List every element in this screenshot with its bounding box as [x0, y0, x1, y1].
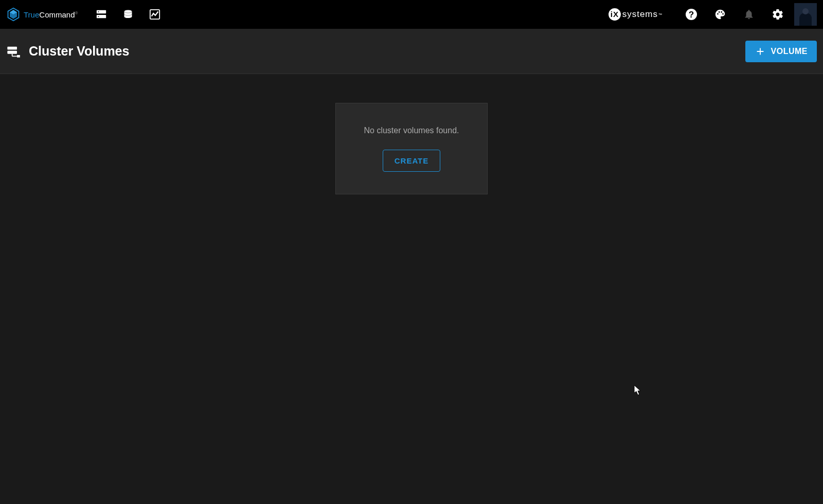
svg-rect-3: [97, 10, 106, 13]
server-icon: [96, 9, 107, 20]
svg-text:iX: iX: [610, 10, 619, 19]
user-avatar[interactable]: [794, 3, 817, 26]
svg-text:?: ?: [689, 10, 694, 20]
add-volume-label: VOLUME: [771, 47, 808, 56]
cluster-icon: [6, 44, 21, 59]
palette-icon: [714, 9, 726, 20]
svg-rect-21: [7, 50, 17, 53]
avatar-image: [794, 3, 817, 26]
svg-point-5: [98, 11, 99, 12]
nav-storage-button[interactable]: [117, 3, 139, 26]
settings-button[interactable]: [765, 2, 790, 27]
ixsystems-logo[interactable]: iX systems ™: [608, 8, 663, 21]
empty-state-message: No cluster volumes found.: [364, 126, 459, 135]
help-icon: ?: [685, 8, 697, 21]
empty-state-card: No cluster volumes found. CREATE: [335, 103, 488, 194]
ix-icon: iX: [608, 8, 621, 21]
sub-header-left: Cluster Volumes: [6, 44, 129, 59]
plus-icon: [755, 46, 766, 57]
nav-servers-button[interactable]: [90, 3, 113, 26]
create-button[interactable]: CREATE: [383, 150, 441, 172]
svg-rect-20: [7, 46, 17, 49]
chart-icon: [149, 9, 160, 20]
top-bar-right: iX systems ™ ?: [608, 2, 817, 27]
nav-reports-button[interactable]: [144, 3, 166, 26]
truecommand-hex-icon: [6, 7, 21, 22]
svg-point-6: [98, 16, 99, 17]
page-title: Cluster Volumes: [29, 44, 129, 59]
notifications-button[interactable]: [737, 2, 761, 27]
brand-text: TrueCommand®: [24, 10, 78, 19]
database-icon: [123, 9, 133, 20]
help-button[interactable]: ?: [679, 2, 704, 27]
ixsystems-text: systems: [622, 9, 658, 20]
svg-point-17: [722, 13, 724, 15]
svg-rect-4: [97, 15, 106, 18]
svg-point-16: [721, 11, 722, 13]
theme-button[interactable]: [708, 2, 732, 27]
gear-icon: [772, 8, 784, 21]
svg-rect-22: [17, 55, 20, 58]
main-content: No cluster volumes found. CREATE: [0, 74, 823, 504]
svg-point-19: [802, 8, 809, 14]
svg-point-15: [719, 11, 720, 13]
brand-logo[interactable]: TrueCommand®: [6, 7, 78, 22]
top-bar: TrueCommand®: [0, 0, 823, 29]
bell-icon: [743, 9, 755, 20]
sub-header: Cluster Volumes VOLUME: [0, 29, 823, 74]
add-volume-button[interactable]: VOLUME: [745, 41, 817, 62]
svg-point-14: [717, 13, 719, 15]
top-bar-left: TrueCommand®: [6, 3, 166, 26]
